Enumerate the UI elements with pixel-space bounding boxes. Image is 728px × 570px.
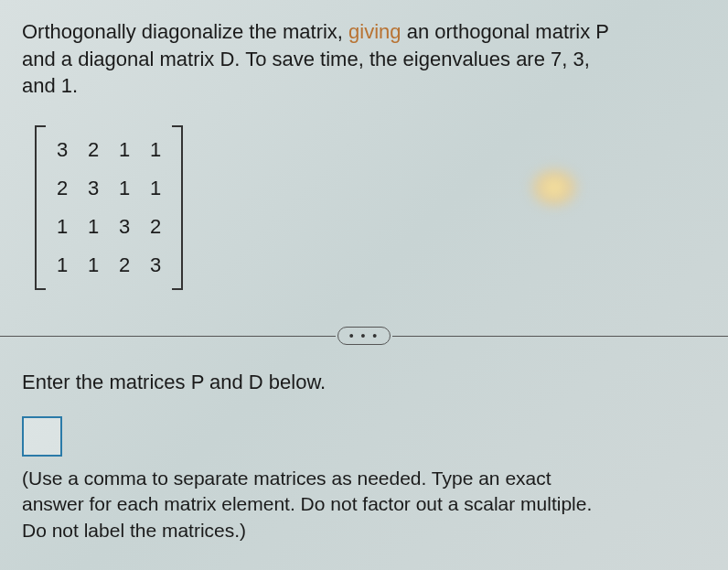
- problem-line2: and a diagonal matrix D. To save time, t…: [22, 48, 590, 70]
- matrix-grid: 3 2 1 1 2 3 1 1 1 1 3 2 1 1 2 3: [46, 125, 172, 290]
- matrix-cell: 1: [117, 138, 132, 162]
- problem-line1-b: an orthogonal matrix P: [401, 20, 609, 43]
- matrix-cell: 3: [117, 215, 132, 239]
- matrix-cell: 3: [55, 138, 70, 162]
- matrix-bracket-right: [172, 125, 183, 290]
- hint-line1: (Use a comma to separate matrices as nee…: [22, 468, 551, 489]
- hint-line3: Do not label the matrices.): [22, 520, 246, 541]
- matrix-display: 3 2 1 1 2 3 1 1 1 1 3 2 1 1 2 3: [35, 125, 183, 290]
- matrix-cell: 2: [86, 138, 101, 162]
- answer-format-hint: (Use a comma to separate matrices as nee…: [22, 466, 706, 543]
- matrix-bracket-left: [35, 125, 46, 290]
- matrix-cell: 1: [148, 177, 163, 200]
- matrix-cell: 1: [55, 215, 70, 239]
- problem-giving-word: giving: [348, 20, 401, 43]
- divider-expand-button[interactable]: • • •: [337, 327, 391, 345]
- screen-glare: [527, 165, 582, 210]
- matrix-cell: 1: [86, 253, 101, 277]
- matrix-cell: 1: [117, 177, 132, 200]
- divider-line-right: [392, 336, 728, 337]
- problem-line1-a: Orthogonally diagonalize the matrix,: [22, 20, 348, 43]
- section-divider: • • •: [0, 327, 728, 345]
- enter-instruction: Enter the matrices P and D below.: [22, 371, 706, 394]
- matrix-cell: 2: [55, 177, 70, 200]
- divider-line-left: [0, 336, 336, 337]
- matrix-cell: 1: [86, 215, 101, 239]
- matrix-cell: 2: [117, 253, 132, 277]
- matrix-cell: 1: [55, 253, 70, 277]
- answer-input-box[interactable]: [22, 416, 62, 457]
- problem-statement: Orthogonally diagonalize the matrix, giv…: [22, 18, 706, 100]
- matrix-cell: 1: [148, 138, 163, 162]
- matrix-cell: 2: [148, 215, 163, 239]
- problem-line3: and 1.: [22, 74, 78, 97]
- matrix-cell: 3: [86, 177, 101, 200]
- matrix-cell: 3: [148, 253, 163, 277]
- hint-line2: answer for each matrix element. Do not f…: [22, 493, 592, 514]
